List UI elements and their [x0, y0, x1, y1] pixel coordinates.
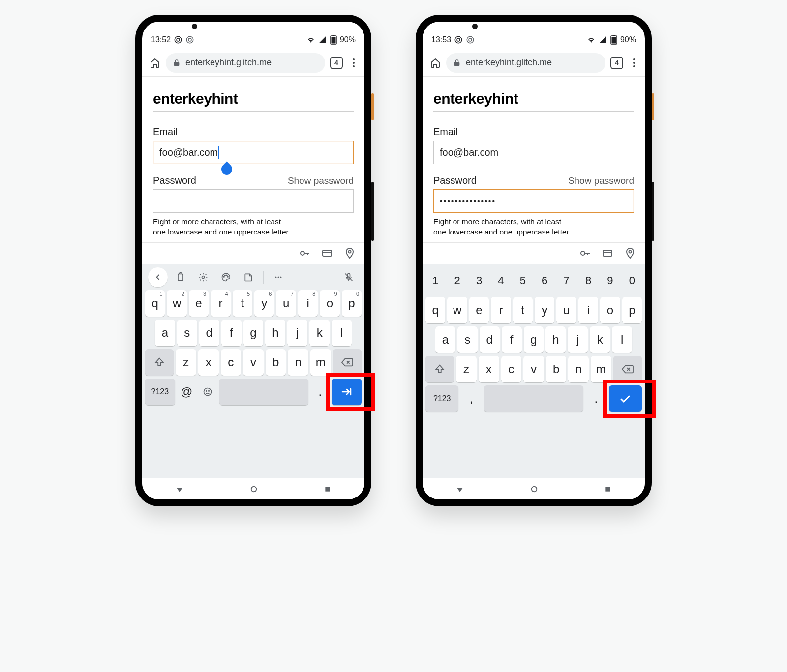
- key-e[interactable]: e3: [189, 290, 209, 317]
- location-icon[interactable]: [624, 247, 636, 259]
- key-i[interactable]: i8: [298, 290, 318, 317]
- key-c[interactable]: c: [221, 349, 242, 376]
- key-s[interactable]: s: [177, 320, 197, 346]
- key-t[interactable]: t5: [233, 290, 252, 317]
- nav-home-icon[interactable]: [530, 485, 539, 494]
- password-field[interactable]: [153, 189, 354, 213]
- gear-icon[interactable]: [193, 267, 213, 287]
- key-m[interactable]: m: [310, 349, 331, 376]
- nav-back-icon[interactable]: [175, 485, 184, 494]
- address-bar[interactable]: enterkeyhint.glitch.me: [446, 53, 605, 73]
- symbols-key[interactable]: ?123: [425, 385, 458, 412]
- key-7[interactable]: 7: [556, 267, 576, 294]
- clipboard-icon[interactable]: [171, 267, 190, 287]
- key-j[interactable]: j: [568, 326, 588, 353]
- collapse-icon[interactable]: [148, 267, 168, 287]
- key-u[interactable]: u7: [276, 290, 296, 317]
- key-e[interactable]: e: [469, 297, 489, 323]
- key-h[interactable]: h: [265, 320, 285, 346]
- key-b[interactable]: b: [266, 349, 286, 376]
- key-v[interactable]: v: [243, 349, 264, 376]
- home-icon[interactable]: [149, 57, 161, 69]
- key-l[interactable]: l: [332, 320, 352, 346]
- symbols-key[interactable]: ?123: [145, 379, 175, 405]
- shift-key[interactable]: [425, 356, 454, 382]
- comma-key[interactable]: ,: [460, 385, 482, 412]
- key-icon[interactable]: [299, 247, 310, 259]
- address-bar[interactable]: enterkeyhint.glitch.me: [166, 53, 325, 73]
- location-icon[interactable]: [344, 247, 356, 259]
- tab-count[interactable]: 4: [610, 57, 623, 69]
- key-v[interactable]: v: [523, 356, 544, 382]
- key-s[interactable]: s: [457, 326, 478, 353]
- key-u[interactable]: u: [556, 297, 576, 323]
- key-p[interactable]: p: [622, 297, 642, 323]
- tab-count[interactable]: 4: [330, 57, 343, 69]
- key-g[interactable]: g: [524, 326, 544, 353]
- key-y[interactable]: y6: [254, 290, 274, 317]
- key-6[interactable]: 6: [535, 267, 554, 294]
- key-j[interactable]: j: [287, 320, 307, 346]
- key-z[interactable]: z: [456, 356, 477, 382]
- key-2[interactable]: 2: [447, 267, 467, 294]
- space-key[interactable]: [484, 385, 583, 412]
- key-a[interactable]: a: [435, 326, 455, 353]
- key-i[interactable]: i: [578, 297, 598, 323]
- more-icon[interactable]: [628, 57, 640, 69]
- key-y[interactable]: y: [535, 297, 554, 323]
- key-x[interactable]: x: [198, 349, 219, 376]
- backspace-key[interactable]: [613, 356, 642, 382]
- key-icon[interactable]: [579, 247, 591, 259]
- key-g[interactable]: g: [243, 320, 264, 346]
- nav-recents-icon[interactable]: [324, 485, 332, 493]
- key-a[interactable]: a: [155, 320, 175, 346]
- at-key[interactable]: @: [177, 379, 196, 405]
- key-r[interactable]: r: [491, 297, 511, 323]
- key-o[interactable]: o: [600, 297, 620, 323]
- sticker-icon[interactable]: [239, 267, 258, 287]
- key-o[interactable]: o9: [320, 290, 339, 317]
- key-n[interactable]: n: [288, 349, 308, 376]
- key-l[interactable]: l: [612, 326, 632, 353]
- more-icon[interactable]: [348, 57, 360, 69]
- key-d[interactable]: d: [199, 320, 219, 346]
- key-d[interactable]: d: [480, 326, 500, 353]
- key-m[interactable]: m: [591, 356, 611, 382]
- key-r[interactable]: r4: [211, 290, 230, 317]
- key-n[interactable]: n: [568, 356, 589, 382]
- home-icon[interactable]: [429, 57, 441, 69]
- period-key[interactable]: .: [310, 379, 330, 405]
- password-field[interactable]: •••••••••••••••: [433, 189, 634, 213]
- key-p[interactable]: p0: [342, 290, 362, 317]
- key-k[interactable]: k: [590, 326, 610, 353]
- key-3[interactable]: 3: [469, 267, 489, 294]
- key-w[interactable]: w: [447, 297, 467, 323]
- card-icon[interactable]: [321, 247, 333, 259]
- show-password-toggle[interactable]: Show password: [568, 175, 634, 186]
- key-k[interactable]: k: [309, 320, 330, 346]
- nav-back-icon[interactable]: [455, 485, 464, 494]
- key-f[interactable]: f: [221, 320, 242, 346]
- card-icon[interactable]: [602, 247, 613, 259]
- key-4[interactable]: 4: [491, 267, 511, 294]
- enter-next-key[interactable]: [332, 379, 362, 405]
- mic-off-icon[interactable]: [339, 267, 359, 287]
- period-key[interactable]: .: [585, 385, 606, 412]
- enter-done-key[interactable]: [609, 385, 642, 412]
- key-q[interactable]: q1: [145, 290, 165, 317]
- nav-recents-icon[interactable]: [604, 485, 612, 493]
- key-z[interactable]: z: [176, 349, 196, 376]
- shift-key[interactable]: [145, 349, 174, 376]
- backspace-key[interactable]: [333, 349, 362, 376]
- email-field[interactable]: foo@bar.com: [153, 141, 354, 164]
- key-h[interactable]: h: [545, 326, 566, 353]
- key-q[interactable]: q: [425, 297, 445, 323]
- key-w[interactable]: w2: [167, 290, 186, 317]
- space-key[interactable]: [219, 379, 309, 405]
- key-1[interactable]: 1: [425, 267, 445, 294]
- key-8[interactable]: 8: [578, 267, 598, 294]
- key-0[interactable]: 0: [622, 267, 642, 294]
- nav-home-icon[interactable]: [249, 485, 258, 494]
- palette-icon[interactable]: [216, 267, 236, 287]
- key-5[interactable]: 5: [513, 267, 533, 294]
